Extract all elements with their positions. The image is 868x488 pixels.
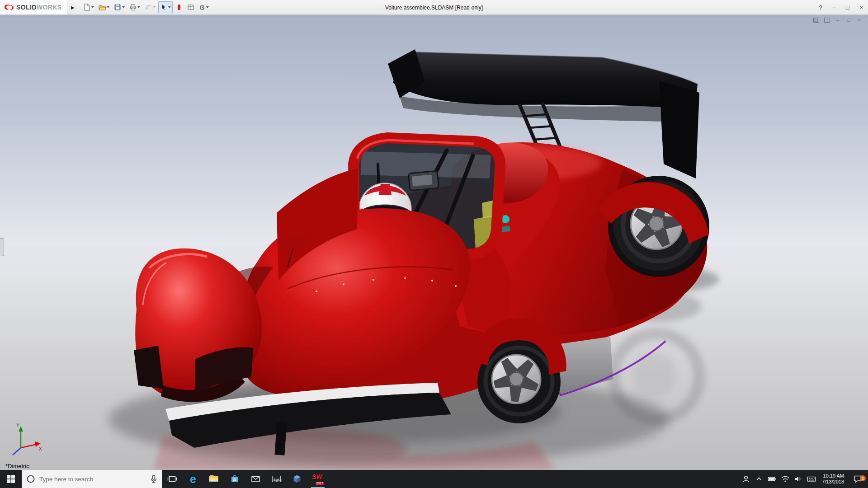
store-button[interactable]	[224, 470, 245, 488]
clock-time: 10:19 AM	[822, 473, 844, 479]
dropdown-caret[interactable]	[153, 6, 156, 8]
solidworks-taskbar-button[interactable]: SW 2017	[307, 470, 328, 488]
triad-y-label: Y	[16, 423, 19, 428]
file-explorer-button[interactable]	[203, 470, 224, 488]
select-cursor-icon	[160, 4, 167, 11]
file-explorer-icon	[208, 474, 219, 484]
search-input[interactable]	[39, 476, 146, 483]
rear-view-mirror	[408, 171, 439, 190]
3d-viewer-button[interactable]	[287, 470, 307, 488]
window-split-icon[interactable]	[824, 17, 830, 23]
appearance-icon	[175, 4, 183, 11]
taskbar-search[interactable]	[22, 470, 162, 488]
undo-button[interactable]	[143, 1, 157, 13]
store-bag-icon	[230, 474, 240, 484]
people-icon	[741, 474, 750, 483]
mail-button[interactable]	[245, 470, 266, 488]
minimize-button[interactable]: –	[827, 0, 841, 14]
windows-taskbar: e &gt;_	[0, 470, 868, 488]
mail-icon	[250, 474, 261, 484]
touch-keyboard-button[interactable]	[805, 470, 818, 488]
system-tray: 10:19 AM 7/13/2018 2	[739, 470, 868, 488]
design-table-button[interactable]	[185, 1, 196, 13]
chevron-up-icon	[755, 475, 763, 483]
gear-icon: ⚙	[199, 4, 205, 11]
hidden-icons-button[interactable]	[752, 470, 765, 488]
feature-panel-collapse-handle[interactable]	[0, 238, 4, 256]
dropdown-caret[interactable]	[168, 6, 171, 8]
wing-endplate-right	[659, 81, 699, 178]
graphics-viewport[interactable]: Y X – □ × *Dimetric	[0, 15, 868, 470]
new-document-icon	[83, 4, 90, 11]
window-pane-icon[interactable]	[813, 17, 819, 23]
save-floppy-icon	[114, 4, 121, 11]
windows-logo-icon	[6, 474, 15, 483]
taskbar-clock[interactable]: 10:19 AM 7/13/2018	[818, 473, 848, 485]
save-button[interactable]	[112, 1, 127, 13]
battery-button[interactable]	[765, 470, 778, 488]
3d-cube-icon	[292, 474, 302, 484]
task-view-button[interactable]	[162, 470, 183, 488]
quick-access-toolbar: ⚙	[81, 1, 210, 13]
dropdown-caret[interactable]	[206, 6, 209, 8]
3d-scene-canvas[interactable]: Y X	[0, 15, 868, 470]
volume-button[interactable]	[792, 470, 805, 488]
speaker-icon	[794, 475, 803, 483]
options-button[interactable]: ⚙	[197, 1, 210, 13]
dropdown-caret[interactable]	[91, 6, 94, 8]
clock-date: 7/13/2018	[822, 479, 844, 485]
dropdown-caret[interactable]	[107, 6, 109, 8]
document-close-button[interactable]: ×	[856, 17, 863, 23]
solidworks-2017-icon: SW 2017	[312, 473, 324, 485]
design-table-icon	[187, 4, 194, 11]
people-button[interactable]	[739, 470, 752, 488]
maximize-button[interactable]: □	[841, 0, 854, 14]
print-icon	[129, 4, 137, 11]
undo-icon	[145, 4, 152, 11]
console-prompt-glyph: &gt;_	[274, 478, 282, 482]
window-controls: ? – □ ×	[814, 0, 868, 14]
cortana-icon	[26, 474, 36, 484]
network-button[interactable]	[778, 470, 792, 488]
task-view-icon	[167, 474, 177, 484]
brand-text: SOLIDWORKS	[16, 4, 61, 11]
orientation-triad: Y X	[13, 423, 42, 455]
dassault-ds-icon	[4, 3, 14, 11]
edge-icon: e	[190, 474, 196, 485]
battery-icon	[768, 475, 777, 483]
dropdown-caret[interactable]	[122, 6, 125, 8]
dropdown-caret[interactable]	[137, 6, 140, 8]
help-button[interactable]: ?	[814, 0, 827, 14]
menu-expand-button[interactable]: ▶	[67, 1, 78, 13]
appearance-button[interactable]	[174, 1, 184, 13]
start-button[interactable]	[0, 470, 22, 488]
solidworks-logo: SOLIDWORKS	[0, 0, 67, 14]
document-minimize-button[interactable]: –	[835, 17, 841, 23]
keyboard-icon	[807, 475, 816, 483]
app-titlebar: SOLIDWORKS ▶	[0, 0, 868, 15]
document-restore-button[interactable]: □	[845, 17, 852, 23]
console-icon: &gt;_	[271, 474, 282, 484]
open-document-button[interactable]	[97, 1, 111, 13]
notification-badge: 2	[860, 475, 866, 481]
microphone-icon[interactable]	[150, 474, 158, 483]
close-button[interactable]: ×	[854, 0, 868, 14]
print-button[interactable]	[127, 1, 142, 13]
action-center-button[interactable]: 2	[848, 474, 868, 484]
console-button[interactable]: &gt;_	[266, 470, 287, 488]
open-folder-icon	[99, 4, 106, 11]
edge-button[interactable]: e	[183, 470, 203, 488]
document-title: Voiture assemblee.SLDASM [Read-only]	[385, 0, 483, 15]
view-orientation-label: *Dimetric	[5, 463, 29, 469]
wifi-icon	[781, 475, 790, 483]
select-tool-button[interactable]	[158, 1, 173, 13]
new-document-button[interactable]	[81, 1, 96, 13]
document-window-controls: – □ ×	[813, 17, 863, 23]
triad-x-label: X	[39, 446, 42, 451]
